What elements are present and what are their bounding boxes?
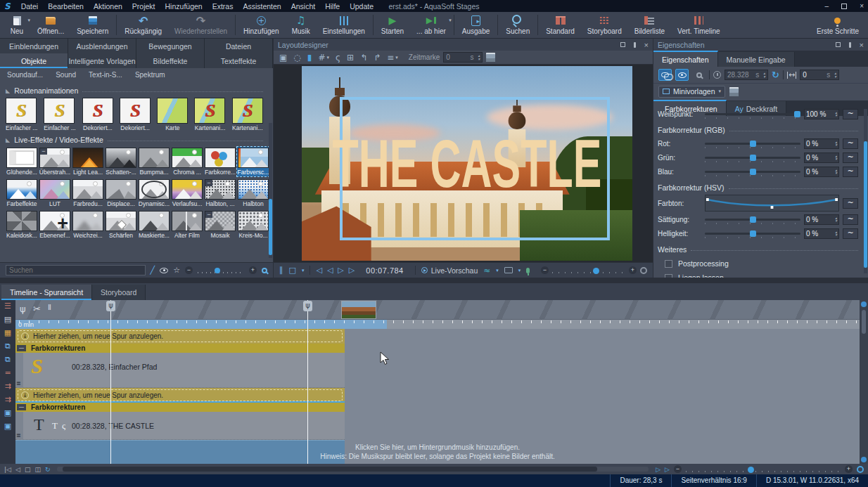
zoom-out-icon[interactable]: − (674, 465, 682, 473)
step-back-icon[interactable]: ◁ (327, 266, 333, 275)
menu-item[interactable]: Datei (16, 2, 44, 11)
route-animation-item[interactable]: S Einfacher ... (6, 98, 37, 131)
toolbox-subtab[interactable]: Text-in-S... (89, 71, 122, 79)
effect-item[interactable]: Dynamisc... (138, 178, 170, 208)
toolbox-tab[interactable]: Dateien (205, 39, 273, 53)
toolbox-tab[interactable]: Texteffekte (205, 53, 273, 68)
effect-item[interactable]: LUT (39, 178, 71, 208)
curve-button[interactable]: ~ (843, 152, 858, 163)
toolbox-tab[interactable]: Bewegungen (136, 39, 205, 53)
curve-button[interactable]: ~ (843, 138, 858, 149)
slider-track[interactable] (705, 171, 800, 173)
microphone-icon[interactable] (526, 268, 530, 273)
effect-item[interactable]: Maskierte... (138, 210, 170, 240)
table-icon[interactable]: ⊞▾ (347, 53, 354, 63)
layers-icon[interactable]: ▤ (4, 316, 11, 324)
play-end-icon[interactable]: ▷ (665, 466, 670, 473)
slider-track[interactable] (705, 233, 800, 235)
preview-canvas[interactable]: THE CASTLE (274, 65, 653, 262)
effect-item[interactable]: Ebenenef... (39, 210, 71, 240)
new-track-dropzone[interactable]: ↓Hierher ziehen, um neue Spur anzulegen. (15, 388, 345, 403)
music-track-hint[interactable]: Klicken Sie hier, um Hintergrundmusik hi… (15, 443, 860, 461)
route-animation-item[interactable]: S Kartenani... (232, 98, 263, 131)
effect-item[interactable]: Kaleidosk... (6, 210, 38, 240)
effect-item[interactable]: Schärfen (105, 210, 137, 240)
timeline-hscrollbar[interactable] (57, 467, 649, 472)
slider-value-input[interactable]: 100 %▴▾ (804, 109, 839, 119)
curve-button[interactable]: ~ (843, 167, 858, 177)
effect-item[interactable]: Farbeffekte (6, 178, 38, 208)
curve-button[interactable]: ~ (843, 109, 858, 119)
route-animation-item[interactable]: Karte (157, 98, 188, 131)
route-animation-item[interactable]: S Dekoriert... (120, 98, 151, 131)
timeline-marker-row[interactable] (15, 300, 860, 320)
menu-item[interactable]: Aktionen (89, 2, 127, 11)
menu-item[interactable]: Bearbeiten (43, 2, 89, 11)
rotate-right-icon[interactable]: ↱▾ (374, 53, 381, 63)
duplicate2-icon[interactable]: ⧉ (5, 356, 11, 364)
duplicate-icon[interactable]: ⧉ (5, 342, 11, 351)
spinner[interactable]: ▴▾ (763, 72, 765, 78)
prev-icon[interactable]: ◁ (15, 466, 20, 473)
pin-icon[interactable] (634, 42, 636, 48)
spinner[interactable]: ▴▾ (835, 216, 837, 223)
effect-item[interactable]: Weichzei... (72, 210, 104, 240)
chevron-down-icon[interactable]: ▾ (27, 18, 30, 23)
title-text-object[interactable]: THE CASTLE (302, 130, 632, 197)
save-button[interactable]: Speichern ▾ (70, 12, 115, 38)
toolbar-separator[interactable]: ▾ (116, 15, 117, 35)
effect-item[interactable]: Verlaufsu... (171, 178, 203, 208)
open-button[interactable]: Öffnen... ▾ (31, 12, 70, 38)
properties-tab[interactable]: Eigenschaften (653, 51, 718, 67)
checkbox[interactable]: Postprocessing (665, 259, 858, 268)
imagelist-view-button[interactable]: Bilderliste ▾ (628, 12, 671, 38)
chevron-down-icon[interactable]: ▾ (496, 268, 499, 273)
search-icon[interactable] (262, 268, 267, 273)
effect-item[interactable]: Displace... (105, 178, 137, 208)
playhead-line[interactable] (110, 300, 111, 464)
save-marker-icon[interactable] (486, 53, 495, 62)
maximize-panel-icon[interactable] (620, 42, 625, 47)
add-button[interactable]: + Hinzufügen ▾ (237, 12, 286, 38)
properties-tab[interactable]: Manuelle Eingabe (718, 52, 795, 67)
loop-icon[interactable]: ↻ (45, 466, 51, 473)
new-track-dropzone[interactable]: ↓Hierher ziehen, um neue Spur anzulegen. (15, 329, 345, 344)
collapse-icon[interactable]: — (17, 404, 26, 410)
effect-item[interactable]: Glühende... (6, 147, 38, 176)
effect-item[interactable]: Farbkorre... (204, 147, 236, 176)
chevron-down-icon[interactable]: ▾ (327, 55, 330, 60)
menu-item[interactable]: Hinzufügen (160, 2, 208, 11)
stop-icon[interactable]: □ (289, 266, 296, 275)
mini-templates-dropdown[interactable]: Minivorlagen ▾ (658, 86, 725, 98)
fill-rect-icon[interactable]: ▮▾ (307, 53, 312, 63)
scroll-up-button[interactable] (861, 301, 867, 307)
slider-track[interactable] (705, 219, 800, 221)
toolbox-scrollbar[interactable] (269, 123, 272, 258)
preview-image[interactable]: THE CASTLE (302, 66, 632, 261)
align-list-icon[interactable]: ≡▾ (387, 53, 398, 63)
collapse-icon[interactable]: — (17, 345, 26, 351)
search-input[interactable] (6, 265, 146, 275)
chevron-down-icon[interactable]: ▾ (518, 268, 521, 273)
slider-thumb[interactable] (750, 216, 756, 223)
zoom-out-icon[interactable]: − (185, 266, 193, 274)
menu-item[interactable]: Assistenten (238, 2, 286, 11)
properties-scrollbar[interactable] (864, 109, 867, 273)
effect-item[interactable]: Chroma ... (171, 147, 203, 176)
collapse-triangle-icon[interactable]: ◣ (6, 88, 10, 94)
marker-tool-icon[interactable]: ψ (20, 304, 26, 314)
slider-thumb[interactable] (750, 155, 756, 161)
visibility-button[interactable] (675, 69, 689, 81)
rotate-left-icon[interactable]: ↰▾ (360, 53, 367, 63)
tracklist-icon[interactable]: ▦ (4, 329, 11, 337)
route-animation-item[interactable]: S Einfacher ... (44, 98, 75, 131)
toolbar-separator[interactable]: ▾ (235, 15, 236, 35)
scrollbar-thumb[interactable] (864, 141, 867, 268)
marker-pin[interactable]: ψ (303, 301, 312, 311)
link-keyframes-button[interactable] (658, 69, 672, 81)
toolbox-tab[interactable]: Bildeffekte (136, 53, 205, 68)
collapse-triangle-icon[interactable]: ◣ (6, 137, 10, 143)
zoom-slider[interactable] (552, 268, 625, 273)
arrows-icon[interactable]: ⇉ (4, 382, 11, 391)
effect-item[interactable]: Bumpma... (138, 147, 170, 176)
